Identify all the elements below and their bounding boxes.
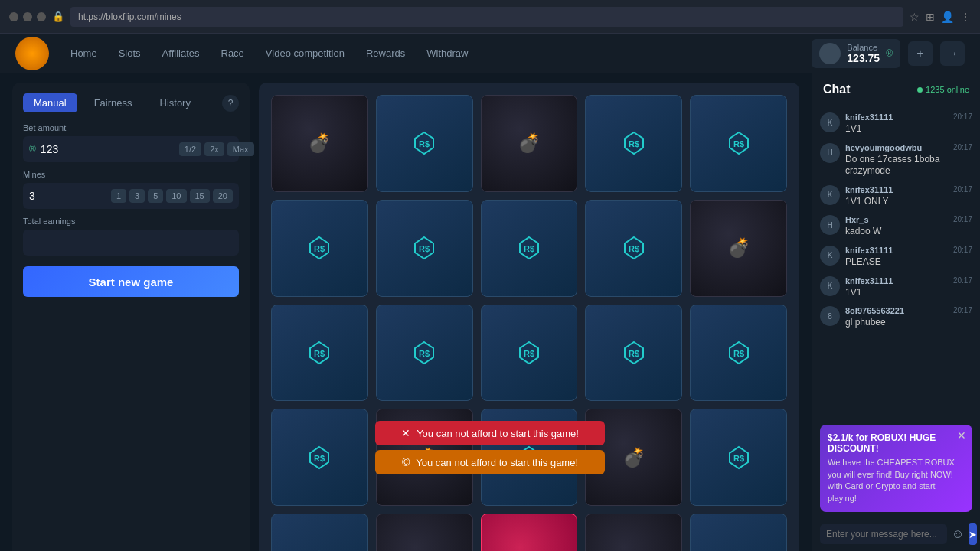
mine-cell-7[interactable]: R$ xyxy=(481,200,578,297)
toast-text-2: You can not afford to start this game! xyxy=(416,457,578,468)
url-text: https://bloxflip.com/mines xyxy=(78,11,181,22)
chat-text-5: 1V1 xyxy=(845,287,972,299)
balance-box: Balance 123.75 ® xyxy=(812,39,900,68)
chat-msg-header-0: knifex31111 20:17 xyxy=(845,112,972,122)
mine-cell-4[interactable]: R$ xyxy=(690,95,787,192)
gem-icon: R$ xyxy=(515,234,543,262)
mine-grid-container: 💣 R$ 💣 R$ R$ R$ R$ R$ R$ 💣 xyxy=(259,83,799,551)
nav-affiliates[interactable]: Affiliates xyxy=(153,43,209,64)
mine-cell-5[interactable]: R$ xyxy=(271,200,368,297)
mine-cell-11[interactable]: R$ xyxy=(376,305,473,402)
account-icon[interactable]: 👤 xyxy=(941,11,954,23)
tab-manual[interactable]: Manual xyxy=(23,93,77,112)
navbar: Home Slots Affiliates Race Video competi… xyxy=(0,34,980,73)
chat-username-0: knifex31111 xyxy=(845,112,893,122)
nav-withdraw[interactable]: Withdraw xyxy=(417,43,477,64)
emoji-button[interactable]: ☺ xyxy=(952,527,964,541)
earnings-field xyxy=(23,230,239,256)
nav-slots[interactable]: Slots xyxy=(109,43,150,64)
add-funds-button[interactable]: + xyxy=(908,41,933,66)
browser-forward-btn[interactable] xyxy=(23,12,32,21)
mines-3[interactable]: 3 xyxy=(129,189,145,203)
tab-history[interactable]: History xyxy=(149,93,201,112)
mine-cell-10[interactable]: R$ xyxy=(271,305,368,402)
max-btn[interactable]: Max xyxy=(227,142,254,156)
chat-time-6: 20:17 xyxy=(953,306,972,315)
mine-cell-0[interactable]: 💣 xyxy=(271,95,368,192)
chat-text-1: Do one 17cases 1boba crazymode xyxy=(845,154,972,178)
mine-cell-13[interactable]: R$ xyxy=(585,305,682,402)
chat-msg-header-2: knifex31111 20:17 xyxy=(845,185,972,194)
send-message-button[interactable]: ➤ xyxy=(969,523,977,545)
chat-message-5: K knifex31111 20:17 1V1 xyxy=(820,276,972,299)
promo-close-button[interactable]: ✕ xyxy=(957,429,966,442)
half-btn[interactable]: 1/2 xyxy=(179,142,201,156)
mine-cell-21[interactable]: 💣 xyxy=(376,514,473,551)
chat-msg-content-4: knifex31111 20:17 PLEASE xyxy=(845,246,972,269)
bet-input[interactable] xyxy=(41,143,175,155)
game-area: Manual Fairness History ? Bet amount ® 1… xyxy=(0,73,812,551)
address-bar[interactable]: https://bloxflip.com/mines xyxy=(70,7,903,27)
nav-race[interactable]: Race xyxy=(212,43,253,64)
mine-cell-8[interactable]: R$ xyxy=(585,200,682,297)
browser-refresh-btn[interactable] xyxy=(37,12,46,21)
chat-avatar-3: H xyxy=(820,215,840,235)
browser-actions: ☆ ⊞ 👤 ⋮ xyxy=(910,11,971,23)
mine-cell-6[interactable]: R$ xyxy=(376,200,473,297)
svg-text:R$: R$ xyxy=(314,244,325,253)
tabs-row: Manual Fairness History ? xyxy=(23,93,239,112)
mine-cell-22[interactable]: 💣 xyxy=(481,514,578,551)
mine-cell-23[interactable]: 💣 xyxy=(585,514,682,551)
site-logo[interactable] xyxy=(15,37,49,70)
nav-rewards[interactable]: Rewards xyxy=(357,43,414,64)
star-icon[interactable]: ☆ xyxy=(910,11,920,23)
extensions-icon[interactable]: ⊞ xyxy=(926,11,935,23)
chat-input[interactable] xyxy=(820,524,947,544)
mines-5[interactable]: 5 xyxy=(148,189,163,203)
mines-value: 3 xyxy=(29,190,106,202)
mine-cell-15[interactable]: R$ xyxy=(271,409,368,506)
mine-cell-1[interactable]: R$ xyxy=(376,95,473,192)
chat-time-5: 20:17 xyxy=(953,276,972,285)
mines-1[interactable]: 1 xyxy=(111,189,126,203)
help-button[interactable]: ? xyxy=(222,95,239,112)
mine-cell-12[interactable]: R$ xyxy=(481,305,578,402)
mines-10[interactable]: 10 xyxy=(166,189,186,203)
mine-cell-2[interactable]: 💣 xyxy=(481,95,578,192)
logout-button[interactable]: → xyxy=(940,41,965,66)
browser-back-btn[interactable] xyxy=(9,12,18,21)
gem-icon: R$ xyxy=(305,234,333,262)
mine-cell-9[interactable]: 💣 xyxy=(690,200,787,297)
svg-text:R$: R$ xyxy=(419,244,430,253)
gem-icon: R$ xyxy=(305,444,333,471)
menu-icon[interactable]: ⋮ xyxy=(960,11,971,23)
chat-msg-content-6: 8ol9765563221 20:17 gl phubee xyxy=(845,306,972,329)
start-game-button[interactable]: Start new game xyxy=(23,266,239,297)
svg-text:R$: R$ xyxy=(524,349,534,358)
svg-text:R$: R$ xyxy=(314,454,325,463)
chat-text-4: PLEASE xyxy=(845,256,972,269)
toast-1: ✕ You can not afford to start this game! xyxy=(375,421,605,445)
mine-cell-20[interactable]: R$ xyxy=(271,514,368,551)
tab-fairness[interactable]: Fairness xyxy=(83,93,143,112)
chat-title: Chat xyxy=(823,83,851,96)
chat-msg-content-2: knifex31111 20:17 1V1 ONLY xyxy=(845,185,972,208)
nav-home[interactable]: Home xyxy=(61,43,106,64)
double-btn[interactable]: 2x xyxy=(204,142,224,156)
chat-time-4: 20:17 xyxy=(953,246,972,255)
mines-20[interactable]: 20 xyxy=(213,189,233,203)
chat-input-row: ☺ ➤ xyxy=(812,517,980,551)
mines-row: 3 1 3 5 10 15 20 xyxy=(23,183,239,209)
chat-msg-header-3: Hxr_s 20:17 xyxy=(845,215,972,224)
mine-cell-14[interactable]: R$ xyxy=(690,305,787,402)
mine-cell-3[interactable]: R$ xyxy=(585,95,682,192)
nav-video-competition[interactable]: Video competition xyxy=(256,43,354,64)
mine-cell-24[interactable]: R$ xyxy=(690,514,787,551)
chat-username-4: knifex31111 xyxy=(845,246,893,255)
mines-15[interactable]: 15 xyxy=(190,189,210,203)
chat-time-1: 20:17 xyxy=(953,143,972,152)
balance-label: Balance xyxy=(847,43,880,52)
mine-cell-19[interactable]: R$ xyxy=(690,409,787,506)
lock-icon: 🔒 xyxy=(52,11,64,22)
chat-msg-header-5: knifex31111 20:17 xyxy=(845,276,972,285)
